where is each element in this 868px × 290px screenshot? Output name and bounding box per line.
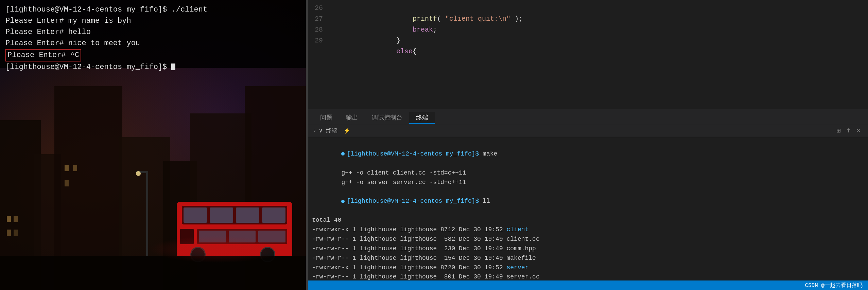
terminal-cursor [171,64,175,70]
term-prompt-1: [lighthouse@VM-12-4-centos my_fifo]$ [347,150,483,157]
term-line-comm-hpp: -rw-rw-r-- 1 lighthouse lighthouse 230 D… [312,244,864,254]
split-terminal-button[interactable]: ⊞ [834,127,843,134]
term-prompt-2: [lighthouse@VM-12-4-centos my_fifo]$ [347,198,483,204]
terminal-line-5-highlighted: Please Enter# ^C [5,49,300,61]
collapse-icon[interactable]: › [313,128,316,133]
line-number-29: 29 [308,35,323,46]
status-bar-right: CSDN @一起去看日落吗 [805,282,863,289]
term-line-2: g++ -o client client.cc -std=c++11 [312,168,864,178]
terminal-header-controls: ⊞ ⬆ ✕ [834,127,863,134]
term-line-server-cc: -rw-rw-r-- 1 lighthouse lighthouse 801 D… [312,272,864,280]
term-line-3: g++ -o server server.cc -std=c++11 [312,178,864,187]
term-line-client-exec: -rwxrwxr-x 1 lighthouse lighthouse 8712 … [312,225,864,235]
terminal-line-2: Please Enter# my name is byh [5,15,300,26]
code-editor: 26 27 28 29 printf( "client quit:\n" ); … [308,0,868,109]
term-line-makefile: -rw-rw-r-- 1 lighthouse lighthouse 154 D… [312,254,864,263]
line-number-28: 28 [308,24,323,35]
highlighted-ctrl-c: Please Enter# ^C [5,49,81,61]
close-terminal-button[interactable]: ✕ [854,127,863,134]
maximize-terminal-button[interactable]: ⬆ [844,127,853,134]
terminal-body[interactable]: [lighthouse@VM-12-4-centos my_fifo]$ mak… [308,137,868,280]
new-terminal-button[interactable]: ⚡ [342,127,352,134]
code-lines: printf( "client quit:\n" ); break; } els… [328,0,868,109]
status-bar: CSDN @一起去看日落吗 [308,280,868,290]
tab-issues[interactable]: 问题 [313,112,339,124]
file-client: client [507,226,529,233]
terminal-line-6-cursor: [lighthouse@VM-12-4-centos my_fifo]$ [5,61,300,73]
terminal-line-1: [lighthouse@VM-12-4-centos my_fifo]$ ./c… [5,4,300,15]
tab-output[interactable]: 输出 [339,112,365,124]
line-numbers: 26 27 28 29 [308,0,328,109]
terminal-line-4: Please Enter# nice to meet you [5,38,300,49]
terminal-section: › ∨ 终端 ⚡ ⊞ ⬆ ✕ [lighthouse@VM-12-4-cento… [308,124,868,280]
right-panel: 26 27 28 29 printf( "client quit:\n" ); … [308,0,868,290]
term-line-client-cc: -rw-rw-r-- 1 lighthouse lighthouse 582 D… [312,235,864,244]
dot-icon-1 [341,152,345,156]
tab-debug-console[interactable]: 调试控制台 [365,112,409,124]
tabs-bar: 问题 输出 调试控制台 终端 [308,109,868,124]
status-csdn-label: CSDN @一起去看日落吗 [805,282,863,289]
term-cmd-2: ll [483,198,490,204]
tab-terminal[interactable]: 终端 [409,112,435,124]
line-number-27: 27 [308,14,323,24]
file-server: server [507,264,529,271]
term-cmd-1: make [483,150,497,157]
terminal-panel-header: › ∨ 终端 ⚡ ⊞ ⬆ ✕ [308,124,868,137]
left-terminal-overlay: [lighthouse@VM-12-4-centos my_fifo]$ ./c… [0,0,306,68]
terminal-section-label: ∨ 终端 [319,127,337,134]
code-line-26: printf( "client quit:\n" ); [331,3,868,14]
term-line-1: [lighthouse@VM-12-4-centos my_fifo]$ mak… [312,140,864,168]
term-line-server-exec: -rwxrwxr-x 1 lighthouse lighthouse 8720 … [312,263,864,273]
code-line-29: else{ [331,35,868,46]
left-terminal-panel: [lighthouse@VM-12-4-centos my_fifo]$ ./c… [0,0,306,290]
term-line-4: [lighthouse@VM-12-4-centos my_fifo]$ ll [312,187,864,216]
line-number-26: 26 [308,3,323,14]
term-line-total: total 40 [312,216,864,225]
dot-icon-2 [341,200,345,203]
terminal-line-3: Please Enter# hello [5,26,300,38]
